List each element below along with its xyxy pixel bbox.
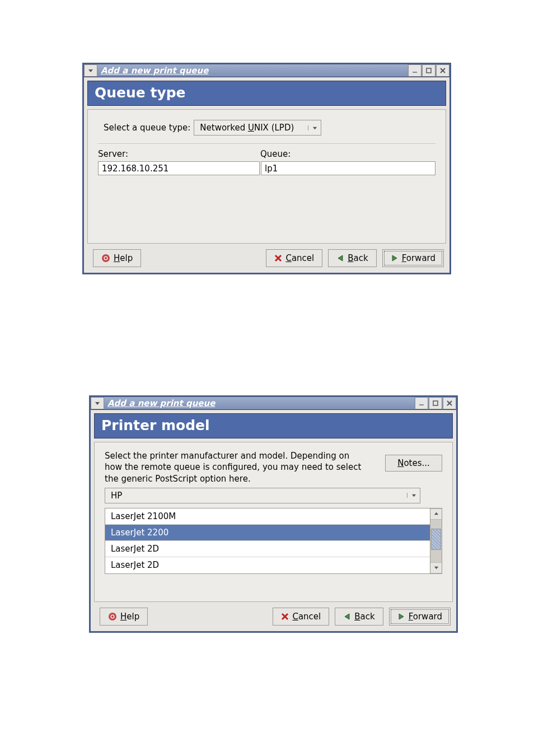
window-title: Add a new print queue	[104, 397, 414, 409]
server-queue-labels: Server: Queue:	[88, 144, 446, 159]
scroll-down-button[interactable]	[430, 562, 442, 573]
notes-label: Notes...	[397, 458, 430, 468]
scrollbar[interactable]	[430, 508, 442, 573]
button-bar: Help Cancel Back Forward	[91, 602, 456, 631]
cancel-label: Cancel	[292, 612, 321, 622]
manufacturer-combo[interactable]: HP	[105, 488, 420, 503]
combo-text-post: NIX (LPD)	[254, 123, 294, 133]
model-listbox[interactable]: LaserJet 2100M LaserJet 2200 LaserJet 2D…	[105, 508, 442, 574]
model-description-row: Select the printer manufacturer and mode…	[95, 442, 452, 484]
window-title-text: Add a new print queue	[107, 398, 215, 408]
cancel-icon	[274, 254, 282, 262]
forward-button[interactable]: Forward	[382, 249, 444, 267]
cancel-icon	[281, 613, 289, 620]
cancel-button[interactable]: Cancel	[273, 608, 329, 626]
chevron-down-icon[interactable]	[308, 125, 321, 130]
svg-rect-5	[419, 404, 424, 405]
queue-type-combo[interactable]: Networked UNIX (LPD)	[194, 120, 321, 136]
queue-label: Queue:	[260, 149, 435, 159]
svg-rect-6	[433, 401, 438, 405]
svg-rect-1	[427, 68, 431, 73]
list-item[interactable]: LaserJet 2D	[105, 557, 430, 573]
combo-mnemonic: U	[248, 123, 254, 133]
titlebar[interactable]: Add a new print queue	[84, 64, 449, 77]
page-title: Queue type	[87, 81, 446, 106]
manufacturer-combo-text: HP	[105, 491, 407, 501]
help-icon	[101, 254, 110, 263]
close-button[interactable]	[436, 64, 449, 77]
list-item[interactable]: LaserJet 2200	[105, 524, 430, 540]
forward-label: Forward	[402, 253, 435, 263]
scroll-up-button[interactable]	[430, 508, 442, 520]
chevron-down-icon[interactable]	[407, 493, 420, 498]
queue-input[interactable]: lp1	[261, 161, 435, 175]
forward-icon	[397, 613, 405, 620]
content-area: Select a queue type: Networked UNIX (LPD…	[87, 109, 446, 244]
page-title: Printer model	[94, 413, 453, 438]
back-button[interactable]: Back	[328, 249, 376, 267]
list-item[interactable]: LaserJet 2100M	[105, 508, 430, 524]
help-button[interactable]: Help	[93, 249, 141, 267]
button-bar: Help Cancel Back Forward	[84, 244, 449, 273]
titlebar[interactable]: Add a new print queue	[91, 397, 456, 410]
model-list-items: LaserJet 2100M LaserJet 2200 LaserJet 2D…	[105, 508, 430, 573]
server-input[interactable]: 192.168.10.251	[98, 161, 260, 175]
svg-rect-0	[413, 72, 417, 73]
queue-type-label: Select a queue type:	[104, 123, 190, 133]
minimize-button[interactable]	[408, 64, 421, 77]
forward-icon	[391, 254, 399, 262]
back-button[interactable]: Back	[335, 608, 383, 626]
dialog-printer-model: Add a new print queue Printer model Sele…	[89, 395, 458, 633]
minimize-button[interactable]	[415, 397, 428, 409]
cancel-label: Cancel	[285, 253, 314, 263]
help-icon	[108, 612, 117, 621]
scroll-thumb[interactable]	[431, 529, 441, 550]
help-label: Help	[120, 612, 139, 622]
forward-label: Forward	[409, 612, 442, 622]
window-title: Add a new print queue	[97, 64, 407, 77]
close-button[interactable]	[443, 397, 456, 409]
notes-button[interactable]: Notes...	[385, 455, 442, 472]
queue-type-row: Select a queue type: Networked UNIX (LPD…	[88, 110, 446, 139]
server-label: Server:	[98, 149, 260, 159]
window-menu-button[interactable]	[84, 64, 97, 77]
server-queue-inputs: 192.168.10.251 lp1	[88, 159, 446, 175]
help-button[interactable]: Help	[100, 608, 148, 626]
window-menu-button[interactable]	[91, 397, 104, 409]
window-title-text: Add a new print queue	[101, 66, 208, 76]
forward-button[interactable]: Forward	[389, 608, 451, 626]
svg-point-4	[105, 257, 107, 259]
maximize-button[interactable]	[422, 64, 435, 77]
scroll-track[interactable]	[430, 520, 442, 562]
queue-type-combo-text: Networked UNIX (LPD)	[194, 123, 308, 133]
model-description-text: Select the printer manufacturer and mode…	[105, 450, 385, 484]
list-item[interactable]: LaserJet 2D	[105, 540, 430, 557]
dialog-queue-type: Add a new print queue Queue type Select …	[82, 63, 451, 274]
cancel-button[interactable]: Cancel	[266, 249, 322, 267]
back-icon	[336, 254, 344, 262]
help-label: Help	[114, 253, 133, 263]
back-icon	[343, 613, 351, 620]
svg-point-9	[111, 615, 114, 618]
back-label: Back	[348, 253, 368, 263]
back-label: Back	[354, 612, 374, 622]
maximize-button[interactable]	[429, 397, 442, 409]
combo-text-pre: Networked	[200, 123, 248, 133]
content-area: Select the printer manufacturer and mode…	[94, 442, 453, 602]
